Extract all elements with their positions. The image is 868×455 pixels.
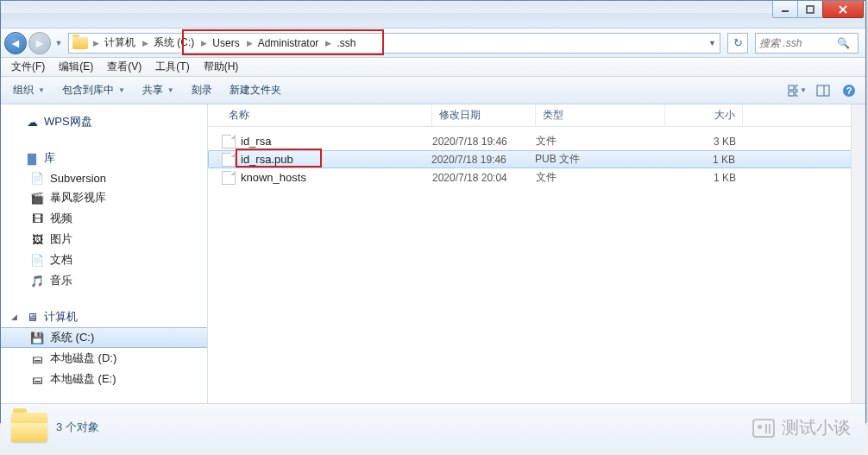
status-text: 3 个对象: [56, 420, 99, 435]
help-button[interactable]: ?: [840, 81, 859, 100]
computer-icon: 🖥: [25, 310, 39, 324]
sidebar-item-label: 视频: [50, 211, 72, 226]
chevron-right-icon[interactable]: ▶: [91, 39, 101, 47]
view-mode-button[interactable]: ▼: [788, 81, 807, 100]
toolbar-share[interactable]: 共享▼: [137, 79, 179, 101]
sidebar-library[interactable]: ▇ 库: [1, 148, 207, 168]
sidebar-drive[interactable]: 🖴本地磁盘 (D:): [1, 348, 207, 369]
library-icon: ▇: [25, 151, 39, 165]
sidebar-item[interactable]: 🎵音乐: [1, 270, 207, 291]
sidebar: ☁ WPS网盘 ▇ 库 📄Subversion🎬暴风影视库🎞视频🖼图片📄文档🎵音…: [1, 104, 208, 403]
toolbar-newfolder[interactable]: 新建文件夹: [224, 79, 286, 101]
picture-icon: 🖼: [30, 232, 44, 246]
svg-rect-4: [789, 85, 794, 90]
file-date: 2020/7/18 19:46: [432, 136, 536, 148]
sidebar-computer[interactable]: ◢ 🖥 计算机: [1, 306, 207, 327]
history-dropdown[interactable]: ▼: [53, 33, 65, 54]
refresh-button[interactable]: ↻: [727, 33, 748, 54]
file-row[interactable]: id_rsa.pub2020/7/18 19:46PUB 文件1 KB: [208, 150, 865, 168]
search-box[interactable]: 🔍: [755, 33, 859, 54]
chevron-right-icon[interactable]: ▶: [141, 39, 150, 47]
explorer-window: ◄ ► ▼ ▶ 计算机 ▶ 系统 (C:) ▶ Users ▶ Administ…: [0, 0, 866, 423]
search-input[interactable]: [759, 37, 837, 49]
toolbar-include[interactable]: 包含到库中▼: [57, 79, 130, 101]
menu-tools[interactable]: 工具(T): [148, 58, 196, 76]
svg-rect-7: [796, 92, 798, 96]
sidebar-drive[interactable]: 🖴本地磁盘 (E:): [1, 369, 207, 389]
sidebar-item-label: 文档: [50, 252, 72, 268]
breadcrumb-computer[interactable]: 计算机: [101, 34, 141, 53]
sidebar-item-label: 库: [44, 150, 55, 166]
statusbar: 3 个对象: [1, 403, 865, 450]
back-button[interactable]: ◄: [4, 32, 27, 54]
svg-rect-1: [807, 6, 814, 13]
wechat-icon: [752, 419, 775, 438]
svg-rect-6: [789, 92, 794, 96]
toolbar-burn[interactable]: 刻录: [186, 79, 217, 101]
column-size[interactable]: 大小: [665, 104, 743, 126]
sidebar-wps[interactable]: ☁ WPS网盘: [1, 111, 207, 132]
sidebar-drive[interactable]: 💾系统 (C:): [1, 327, 207, 348]
body-area: ☁ WPS网盘 ▇ 库 📄Subversion🎬暴风影视库🎞视频🖼图片📄文档🎵音…: [1, 104, 865, 403]
sidebar-item-label: 音乐: [50, 273, 72, 288]
breadcrumb-drive[interactable]: 系统 (C:): [150, 34, 199, 53]
menu-help[interactable]: 帮助(H): [197, 58, 246, 76]
file-icon: [222, 153, 236, 167]
toolbar: 组织▼ 包含到库中▼ 共享▼ 刻录 新建文件夹 ▼ ?: [1, 77, 865, 104]
sidebar-item[interactable]: 📄文档: [1, 250, 207, 270]
column-name[interactable]: 名称: [208, 104, 432, 126]
address-dropdown[interactable]: ▼: [704, 34, 720, 53]
sidebar-item[interactable]: 📄Subversion: [1, 168, 207, 187]
music-icon: 🎵: [30, 274, 44, 288]
titlebar: [1, 1, 865, 28]
video-lib-icon: 🎬: [30, 191, 44, 205]
sidebar-item-label: 暴风影视库: [50, 190, 106, 205]
file-type: 文件: [536, 134, 665, 149]
chevron-right-icon[interactable]: ▶: [199, 39, 209, 47]
column-type[interactable]: 类型: [536, 104, 665, 126]
menu-edit[interactable]: 编辑(E): [52, 58, 100, 76]
menu-view[interactable]: 查看(V): [100, 58, 148, 76]
file-size: 3 KB: [665, 136, 736, 148]
svg-text:?: ?: [846, 85, 852, 96]
folder-icon: [11, 413, 47, 442]
column-date[interactable]: 修改日期: [432, 104, 536, 126]
subversion-icon: 📄: [30, 171, 44, 185]
sidebar-item[interactable]: 🖼图片: [1, 229, 207, 250]
sidebar-item-label: 图片: [50, 231, 72, 247]
watermark: 测试小谈: [752, 416, 851, 439]
file-type: PUB 文件: [535, 152, 664, 167]
close-button[interactable]: [822, 1, 864, 18]
chevron-right-icon[interactable]: ▶: [245, 39, 255, 47]
menu-file[interactable]: 文件(F): [4, 58, 52, 76]
content-pane: 名称 修改日期 类型 大小 id_rsa2020/7/18 19:46文件3 K…: [208, 104, 865, 403]
scrollbar[interactable]: [851, 104, 865, 403]
navbar: ◄ ► ▼ ▶ 计算机 ▶ 系统 (C:) ▶ Users ▶ Administ…: [1, 28, 865, 58]
video-icon: 🎞: [30, 212, 44, 225]
cloud-icon: ☁: [25, 115, 39, 129]
maximize-button[interactable]: [797, 1, 823, 18]
address-bar[interactable]: ▶ 计算机 ▶ 系统 (C:) ▶ Users ▶ Administrator …: [68, 33, 720, 54]
breadcrumb-admin[interactable]: Administrator: [255, 34, 324, 53]
sidebar-item[interactable]: 🎞视频: [1, 208, 207, 229]
sidebar-item-label: Subversion: [50, 172, 106, 185]
chevron-right-icon[interactable]: ▶: [324, 39, 333, 47]
preview-pane-button[interactable]: [814, 81, 833, 100]
file-icon: [222, 171, 236, 185]
search-icon: 🔍: [837, 37, 850, 49]
file-row[interactable]: id_rsa2020/7/18 19:46文件3 KB: [208, 132, 865, 150]
drive-icon: 🖴: [30, 351, 44, 365]
sidebar-item[interactable]: 🎬暴风影视库: [1, 187, 207, 208]
breadcrumb-ssh[interactable]: .ssh: [333, 34, 361, 53]
forward-button[interactable]: ►: [28, 32, 51, 54]
menubar: 文件(F) 编辑(E) 查看(V) 工具(T) 帮助(H): [1, 58, 865, 77]
file-type: 文件: [536, 170, 665, 185]
window-controls: [773, 1, 864, 18]
sidebar-item-label: 本地磁盘 (E:): [50, 371, 116, 387]
file-row[interactable]: known_hosts2020/7/18 20:04文件1 KB: [208, 168, 865, 186]
file-size: 1 KB: [664, 154, 735, 166]
toolbar-organize[interactable]: 组织▼: [8, 79, 50, 101]
file-date: 2020/7/18 19:46: [431, 154, 535, 166]
minimize-button[interactable]: [772, 1, 798, 18]
breadcrumb-users[interactable]: Users: [209, 34, 244, 53]
